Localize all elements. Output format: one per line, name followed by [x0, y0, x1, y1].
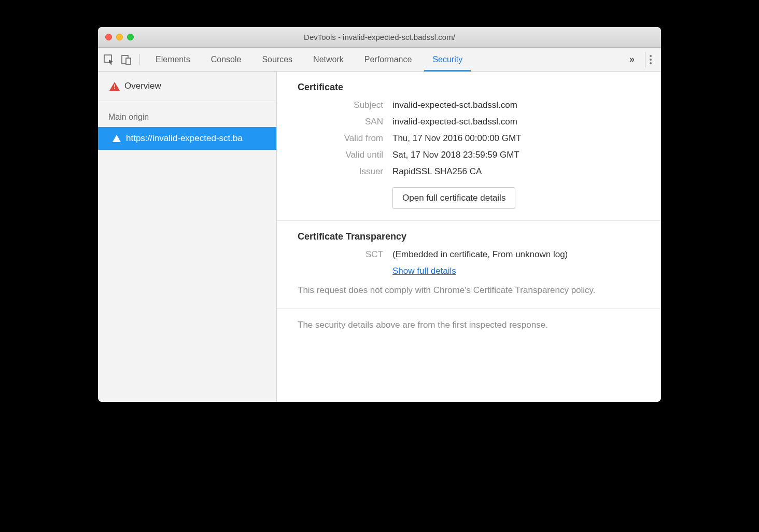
toolbar: Elements Console Sources Network Perform… [98, 48, 661, 72]
issuer-label: Issuer [298, 166, 383, 177]
valid-from-label: Valid from [298, 133, 383, 144]
tab-sources[interactable]: Sources [251, 48, 303, 72]
main-origin-label: Main origin [98, 101, 276, 127]
show-full-details-link[interactable]: Show full details [392, 266, 456, 276]
sidebar: Overview Main origin https://invalid-exp… [98, 72, 277, 402]
device-toolbar-icon[interactable] [121, 54, 132, 65]
window-title: DevTools - invalid-expected-sct.badssl.c… [98, 33, 661, 41]
ct-section: Certificate Transparency SCT (Embedded i… [277, 221, 661, 309]
devtools-window: DevTools - invalid-expected-sct.badssl.c… [98, 27, 661, 402]
origin-url: https://invalid-expected-sct.ba [126, 133, 243, 144]
san-value: invalid-expected-sct.badssl.com [392, 117, 640, 127]
close-button[interactable] [105, 34, 112, 40]
sct-label: SCT [298, 249, 383, 260]
sct-value: (Embedded in certificate, From unknown l… [392, 249, 640, 260]
minimize-button[interactable] [116, 34, 123, 40]
triangle-icon [113, 135, 121, 142]
tab-console[interactable]: Console [201, 48, 252, 72]
certificate-section: Certificate Subject invalid-expected-sct… [277, 72, 661, 221]
tab-network[interactable]: Network [303, 48, 354, 72]
inspect-element-icon[interactable] [103, 54, 115, 65]
svg-rect-2 [126, 58, 131, 64]
tab-elements[interactable]: Elements [145, 48, 201, 72]
more-options-icon[interactable] [645, 52, 656, 67]
valid-until-value: Sat, 17 Nov 2018 23:59:59 GMT [392, 150, 640, 160]
valid-until-label: Valid until [298, 150, 383, 160]
open-certificate-button[interactable]: Open full certificate details [392, 187, 515, 209]
sidebar-overview[interactable]: Overview [98, 72, 276, 101]
footer-note-section: The security details above are from the … [277, 309, 661, 343]
issuer-value: RapidSSL SHA256 CA [392, 166, 640, 177]
footer-note: The security details above are from the … [298, 318, 640, 332]
subject-value: invalid-expected-sct.badssl.com [392, 100, 640, 110]
san-label: SAN [298, 117, 383, 127]
overview-label: Overview [124, 81, 161, 91]
ct-compliance-note: This request does not comply with Chrome… [298, 284, 640, 297]
main-panel: Certificate Subject invalid-expected-sct… [277, 72, 661, 402]
tab-performance[interactable]: Performance [354, 48, 423, 72]
warning-triangle-icon [109, 82, 120, 91]
ct-title: Certificate Transparency [298, 231, 640, 242]
maximize-button[interactable] [127, 34, 134, 40]
origin-item[interactable]: https://invalid-expected-sct.ba [98, 127, 276, 150]
tab-security[interactable]: Security [422, 48, 473, 72]
tabs-overflow-icon[interactable]: » [629, 54, 635, 65]
valid-from-value: Thu, 17 Nov 2016 00:00:00 GMT [392, 133, 640, 144]
titlebar: DevTools - invalid-expected-sct.badssl.c… [98, 27, 661, 48]
traffic-lights [98, 34, 134, 40]
subject-label: Subject [298, 100, 383, 110]
tab-bar: Elements Console Sources Network Perform… [145, 48, 623, 72]
certificate-title: Certificate [298, 82, 640, 93]
